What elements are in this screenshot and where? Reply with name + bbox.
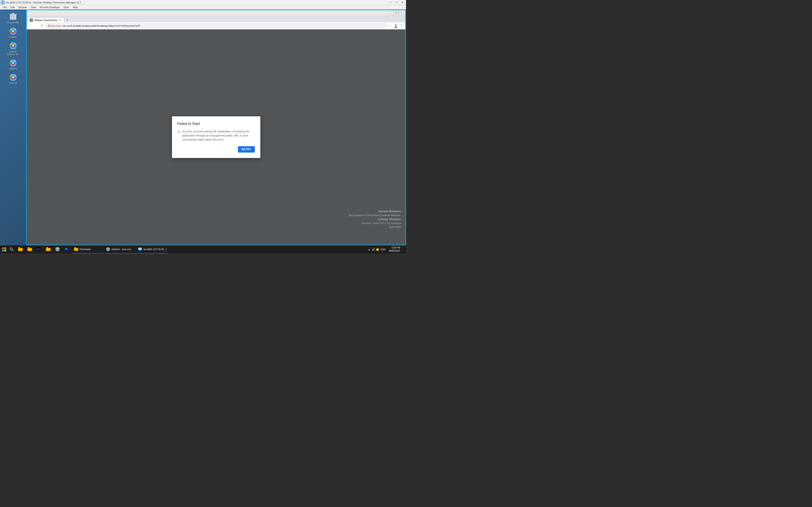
- svg-rect-45: [2, 250, 4, 251]
- svg-point-32: [13, 45, 14, 46]
- start-button[interactable]: [0, 245, 8, 253]
- menu-view[interactable]: View: [29, 5, 38, 9]
- taskbar-date: 08/06/2020: [389, 249, 400, 252]
- rdp-restore-button[interactable]: ❐: [394, 11, 399, 15]
- taskbar-running-apps: Downloads vSphere - pmc-vcd...: [72, 245, 168, 253]
- svg-point-42: [13, 77, 14, 78]
- menu-remote-desktops[interactable]: Remote Desktops: [38, 5, 61, 9]
- desktop-icon-vcenter[interactable]: vCenter: [4, 26, 22, 40]
- activate-line4: Windows Server 2012 R2 Standard: [349, 221, 401, 225]
- taskbar-tray-expand[interactable]: ▲: [367, 248, 371, 251]
- browser-chrome: V VMware Cloud Director ✕ + ← → ↻: [27, 16, 405, 30]
- desktop-icons-area: [27, 30, 47, 245]
- taskbar-app-file-explorer-os[interactable]: [16, 245, 25, 253]
- svg-rect-44: [4, 247, 6, 249]
- svg-rect-54: [28, 247, 30, 248]
- browser-content: Failed to Start ⓘ An error occurred duri…: [27, 30, 405, 245]
- svg-rect-2: [1, 3, 2, 4]
- taskbar-app-folder[interactable]: [44, 245, 53, 253]
- desktop-icon-vcloud[interactable]: vCloudDirector 9.5: [4, 41, 22, 57]
- svg-rect-19: [12, 13, 14, 14]
- svg-rect-1: [3, 1, 4, 2]
- taskbar-tray-icons: 🔊 📶: [372, 248, 379, 251]
- minimize-button[interactable]: ─: [388, 1, 393, 4]
- tab-label: VMware Cloud Director: [34, 19, 57, 21]
- menu-tools[interactable]: Tools: [61, 5, 71, 9]
- rdp-title-bar: ─ ❐ ✕: [27, 10, 405, 16]
- tray-icon-1[interactable]: 🔊: [372, 248, 375, 251]
- taskbar-running-vsphere[interactable]: vSphere - pmc-vcd...: [104, 245, 136, 253]
- taskbar-running-rdp[interactable]: RD sto-db01 (172.16.50...): [136, 245, 168, 253]
- recycle-bin-icon: [9, 13, 17, 21]
- folder-icon: [46, 247, 51, 252]
- reload-button[interactable]: ↻: [39, 23, 44, 28]
- dialog-message: ⓘ An error occurred during the initializ…: [177, 129, 255, 142]
- rdp-close-button[interactable]: ✕: [399, 11, 404, 15]
- chrome-taskbar-icon: [55, 247, 60, 252]
- security-text: Not secure: [51, 25, 62, 27]
- menu-bar: File Edit Session View Remote Desktops T…: [0, 5, 406, 9]
- cmd-icon: C:\: [37, 247, 42, 252]
- new-tab-button[interactable]: +: [64, 17, 70, 22]
- url-display: sto-vcd1.terataki.local/provider/bootstr…: [63, 24, 140, 27]
- show-desktop-button[interactable]: [402, 245, 404, 253]
- menu-edit[interactable]: Edit: [9, 5, 16, 9]
- account-button[interactable]: [393, 23, 398, 28]
- rdp-minimize-button[interactable]: ─: [389, 11, 394, 15]
- svg-rect-67: [74, 247, 76, 248]
- title-bar-left: sto-db01 (172.16.50.3) - Remote Desktop …: [1, 1, 81, 4]
- tab-close-button[interactable]: ✕: [58, 18, 62, 22]
- svg-rect-51: [18, 247, 20, 248]
- svg-text:PS: PS: [65, 248, 67, 250]
- tray-icon-2[interactable]: 📶: [376, 248, 379, 251]
- taskbar-running-downloads[interactable]: Downloads: [72, 245, 104, 253]
- svg-rect-0: [1, 1, 2, 2]
- vrops-label: vROPS: [9, 68, 17, 70]
- terminal-icon: PS: [64, 247, 69, 252]
- taskbar-app-cmd[interactable]: C:\: [35, 245, 44, 253]
- error-dialog: Failed to Start ⓘ An error occurred duri…: [172, 116, 260, 158]
- vrops-icon: [9, 59, 17, 67]
- desktop-icon-recycle-bin[interactable]: Recycle Bin: [4, 12, 22, 25]
- bookmark-button[interactable]: ☆: [388, 23, 393, 28]
- taskbar: C:\: [0, 245, 406, 253]
- taskbar-app-chrome[interactable]: [53, 245, 62, 253]
- app-frame: Paul sto-db01 sto-dc01: [0, 9, 406, 245]
- back-button[interactable]: ←: [28, 23, 33, 28]
- dialog-title: Failed to Start: [177, 122, 255, 126]
- retry-button[interactable]: RETRY: [238, 146, 255, 153]
- svg-line-48: [12, 250, 13, 251]
- activate-line1: Activate Windows: [349, 209, 401, 214]
- dialog-actions: RETRY: [177, 146, 255, 153]
- rdp-taskbar-icon: RD: [138, 247, 142, 251]
- rdp-taskbar-label: sto-db01 (172.16.50...): [143, 248, 166, 250]
- svg-point-27: [13, 31, 14, 32]
- search-button[interactable]: [8, 245, 15, 253]
- address-bar[interactable]: ! Not secure sto-vcd1.terataki.local/pro…: [45, 23, 387, 29]
- vcloud-label: vCloudDirector 9.5: [7, 51, 19, 56]
- taskbar-app-terminal[interactable]: PS: [62, 245, 71, 253]
- windows-icon: [2, 247, 6, 251]
- dialog-error-icon: ⓘ: [177, 130, 181, 142]
- desktop-icon-vcd10[interactable]: VCD 10: [4, 72, 22, 86]
- browser-tab-active[interactable]: V VMware Cloud Director ✕: [28, 18, 64, 22]
- desktop-overlay: Recycle Bin vCenter: [0, 9, 26, 245]
- vcd10-icon: [9, 73, 17, 81]
- svg-rect-53: [28, 248, 30, 248]
- rdp-content: ─ ❐ ✕ V VMware Cloud Director ✕: [26, 9, 406, 245]
- browser-menu-button[interactable]: ⋮: [399, 23, 404, 28]
- taskbar-lang[interactable]: ENG: [380, 248, 387, 251]
- maximize-button[interactable]: □: [394, 1, 399, 4]
- vcloud-icon: [9, 42, 17, 50]
- svg-rect-74: [139, 250, 141, 250]
- svg-point-72: [108, 249, 108, 249]
- forward-button[interactable]: →: [34, 23, 39, 28]
- menu-file[interactable]: File: [1, 5, 9, 9]
- menu-session[interactable]: Session: [16, 5, 29, 9]
- desktop-icon-vrops[interactable]: vROPS: [4, 58, 22, 71]
- close-button[interactable]: ✕: [400, 1, 405, 4]
- menu-help[interactable]: Help: [71, 5, 80, 9]
- taskbar-clock[interactable]: 5:09 PM 08/06/2020: [388, 246, 401, 252]
- taskbar-app-file-explorer[interactable]: [25, 245, 34, 253]
- svg-text:C:\: C:\: [37, 248, 41, 250]
